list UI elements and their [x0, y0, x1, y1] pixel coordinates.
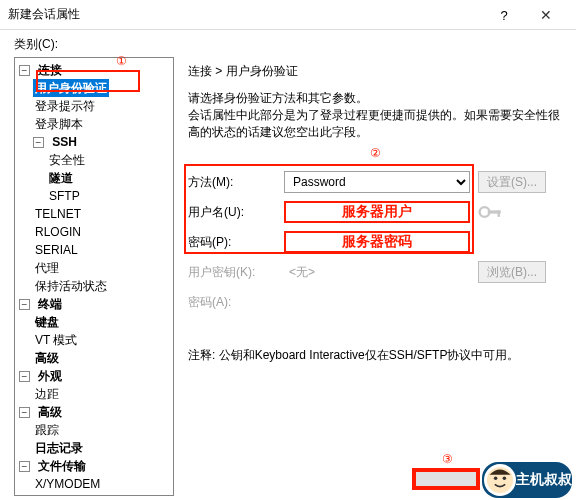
breadcrumb: 连接 > 用户身份验证 [188, 59, 564, 80]
tree-node-security[interactable]: 安全性 [47, 151, 87, 169]
toggle-icon[interactable]: − [33, 137, 44, 148]
password-label: 密码(P): [188, 234, 284, 251]
tree-node-sftp[interactable]: SFTP [47, 187, 82, 205]
tree-node-auth[interactable]: 用户身份验证 [33, 79, 109, 97]
userkey-value: <无> [284, 261, 470, 283]
tree-node-terminal[interactable]: 终端 [36, 295, 64, 313]
toggle-icon[interactable]: − [19, 461, 30, 472]
row-password2: 密码(A): [188, 289, 564, 315]
method-select[interactable]: Password [284, 171, 470, 193]
tree-node-advanced[interactable]: 高级 [33, 349, 61, 367]
row-username: 用户名(U): [188, 199, 564, 225]
help-button[interactable]: ? [488, 0, 520, 30]
description-line: 会话属性中此部分是为了登录过程更便捷而提供的。如果需要安全性很高的状态的话建议您… [188, 107, 564, 141]
tree-node-login-prompt[interactable]: 登录提示符 [33, 97, 97, 115]
tree-node-tunnel[interactable]: 隧道 [47, 169, 75, 187]
tree-node-login-script[interactable]: 登录脚本 [33, 115, 85, 133]
browse-button: 浏览(B)... [478, 261, 546, 283]
user-key-icon [478, 202, 504, 222]
tree-node-logging[interactable]: 日志记录 [33, 439, 85, 457]
username-input[interactable] [284, 201, 470, 223]
confirm-button[interactable] [412, 468, 480, 490]
svg-point-5 [503, 477, 507, 481]
tree-node-vtmode[interactable]: VT 模式 [33, 331, 79, 349]
content-panel: 连接 > 用户身份验证 请选择身份验证方法和其它参数。 会话属性中此部分是为了登… [174, 55, 576, 500]
tree-node-trace[interactable]: 跟踪 [33, 421, 61, 439]
tree-node-filetransfer[interactable]: 文件传输 [36, 457, 88, 475]
tree-node-keepalive[interactable]: 保持活动状态 [33, 277, 109, 295]
tree-node-connect[interactable]: 连接 [36, 61, 64, 79]
tree-node-appearance[interactable]: 外观 [36, 367, 64, 385]
tree-node-rlogin[interactable]: RLOGIN [33, 223, 83, 241]
settings-button[interactable]: 设置(S)... [478, 171, 546, 193]
watermark-logo: 主机叔叔 [482, 462, 572, 498]
row-userkey: 用户密钥(K): <无> 浏览(B)... [188, 259, 564, 285]
note-text: 注释: 公钥和Keyboard Interactive仅在SSH/SFTP协议中… [188, 347, 564, 364]
close-button[interactable]: ✕ [523, 0, 568, 30]
method-label: 方法(M): [188, 174, 284, 191]
tree-node-proxy[interactable]: 代理 [33, 259, 61, 277]
userkey-label: 用户密钥(K): [188, 264, 284, 281]
logo-text: 主机叔叔 [516, 471, 572, 489]
toggle-icon[interactable]: − [19, 371, 30, 382]
window-title: 新建会话属性 [8, 6, 523, 23]
tree-node-margin[interactable]: 边距 [33, 385, 61, 403]
svg-rect-2 [498, 210, 500, 217]
description: 请选择身份验证方法和其它参数。 会话属性中此部分是为了登录过程更便捷而提供的。如… [188, 90, 564, 141]
category-tree[interactable]: − 连接 用户身份验证 登录提示符 登录脚本 − SSH 安全性 隧道 SFT [14, 57, 174, 496]
toggle-icon[interactable]: − [19, 299, 30, 310]
logo-face-icon [484, 464, 516, 496]
toggle-icon[interactable]: − [19, 407, 30, 418]
tree-node-ssh[interactable]: SSH [50, 133, 79, 151]
password2-label: 密码(A): [188, 294, 284, 311]
description-line: 请选择身份验证方法和其它参数。 [188, 90, 564, 107]
window-controls: ✕ [523, 0, 568, 30]
password2-value [284, 291, 470, 313]
tree-node-zmodem[interactable]: ZMODEM [33, 493, 90, 496]
password-input[interactable] [284, 231, 470, 253]
tree-node-advanced2[interactable]: 高级 [36, 403, 64, 421]
row-password: 密码(P): [188, 229, 564, 255]
tree-node-xymodem[interactable]: X/YMODEM [33, 475, 102, 493]
username-label: 用户名(U): [188, 204, 284, 221]
toggle-icon[interactable]: − [19, 65, 30, 76]
main-area: − 连接 用户身份验证 登录提示符 登录脚本 − SSH 安全性 隧道 SFT [0, 55, 576, 500]
auth-form: 方法(M): Password 设置(S)... 用户名(U): [188, 169, 564, 364]
titlebar: 新建会话属性 ? ✕ [0, 0, 576, 30]
category-label: 类别(C): [0, 30, 576, 55]
tree-node-serial[interactable]: SERIAL [33, 241, 80, 259]
svg-point-4 [494, 477, 498, 481]
tree-node-telnet[interactable]: TELNET [33, 205, 83, 223]
tree-node-keyboard[interactable]: 键盘 [33, 313, 61, 331]
row-method: 方法(M): Password 设置(S)... [188, 169, 564, 195]
